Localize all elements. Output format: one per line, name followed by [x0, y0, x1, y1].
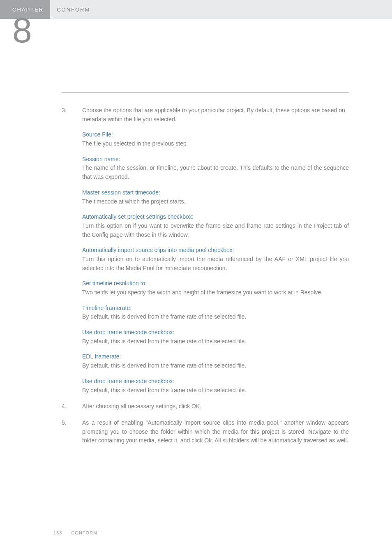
option: Use drop frame timecode checkbox: By def…: [82, 377, 349, 395]
option: Automatically set project settings check…: [82, 213, 349, 239]
step-number: 5.: [62, 419, 82, 445]
option-body: The name of the session, or timeline, yo…: [82, 164, 349, 181]
step-number: 3.: [62, 106, 82, 395]
option: Master session start timecode: The timec…: [82, 188, 349, 206]
option-body: The file you selected in the previous st…: [82, 139, 349, 148]
page: CHAPTER CONFORM 8 3. Choose the options …: [0, 0, 392, 555]
content: 3. Choose the options that are applicabl…: [62, 92, 349, 453]
step-body: As a result of enabling "Automatically i…: [82, 419, 349, 445]
option: EDL framerate: By default, this is deriv…: [82, 352, 349, 370]
option-title: Automatically import source clips into m…: [82, 246, 349, 255]
step-intro: Choose the options that are applicable t…: [82, 106, 349, 124]
footer-section: CONFORM: [71, 530, 97, 535]
option: Set timeline resolution to: Two fields l…: [82, 279, 349, 297]
step-number: 4.: [62, 402, 82, 411]
option-title: Use drop frame timecode checkbox:: [82, 377, 349, 386]
option-body: Turn this option on if you want to overw…: [82, 222, 349, 239]
option-body: Two fields let you specify the width and…: [82, 288, 349, 297]
step: 3. Choose the options that are applicabl…: [62, 106, 349, 395]
option-title: Timeline framerate:: [82, 304, 349, 313]
option-body: By default, this is derived from the fra…: [82, 386, 349, 395]
option-title: Automatically set project settings check…: [82, 213, 349, 222]
option-title: EDL framerate:: [82, 352, 349, 361]
option-body: By default, this is derived from the fra…: [82, 337, 349, 346]
option-body: By default, this is derived from the fra…: [82, 312, 349, 321]
option-title: Master session start timecode:: [82, 188, 349, 197]
step: 5. As a result of enabling "Automaticall…: [62, 419, 349, 445]
option-body: Turn this option on to automatically imp…: [82, 255, 349, 273]
step-intro: As a result of enabling "Automatically i…: [82, 419, 349, 445]
option-title: Session name:: [82, 155, 349, 164]
option-title: Source File:: [82, 130, 349, 139]
footer: 133 CONFORM: [53, 530, 97, 535]
header-title: CONFORM: [50, 0, 90, 19]
header-title-text: CONFORM: [57, 7, 90, 13]
option-title: Set timeline resolution to:: [82, 279, 349, 288]
option: Timeline framerate: By default, this is …: [82, 304, 349, 321]
option-title: Use drop frame timecode checkbox:: [82, 328, 349, 337]
page-number: 133: [53, 530, 62, 535]
divider: [62, 92, 349, 93]
option-body: By default, this is derived from the fra…: [82, 361, 349, 370]
chapter-number: 8: [12, 12, 32, 48]
step-body: Choose the options that are applicable t…: [82, 106, 349, 395]
option: Source File: The file you selected in th…: [82, 130, 349, 148]
option: Use drop frame timecode checkbox: By def…: [82, 328, 349, 346]
step-body: After choosing all necessary settings, c…: [82, 402, 349, 411]
option: Session name: The name of the session, o…: [82, 155, 349, 182]
step: 4. After choosing all necessary settings…: [62, 402, 349, 411]
header-bar: CHAPTER CONFORM: [0, 0, 392, 19]
step-intro: After choosing all necessary settings, c…: [82, 402, 349, 411]
option-body: The timecode at which the project starts…: [82, 197, 349, 206]
option: Automatically import source clips into m…: [82, 246, 349, 273]
